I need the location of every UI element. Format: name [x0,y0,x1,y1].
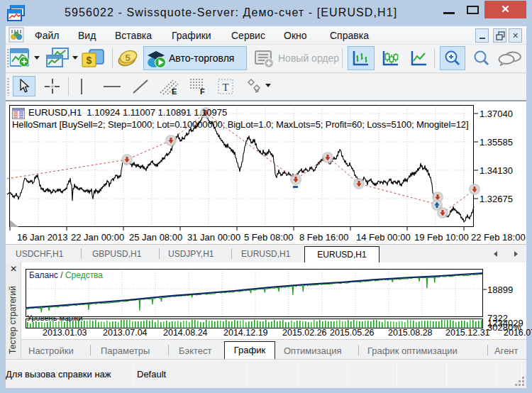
svg-text:$: $ [87,55,92,66]
svg-text:T: T [222,82,228,93]
svg-text:F: F [200,87,205,96]
svg-text:E: E [172,87,177,96]
svg-text:5: 5 [125,52,130,63]
